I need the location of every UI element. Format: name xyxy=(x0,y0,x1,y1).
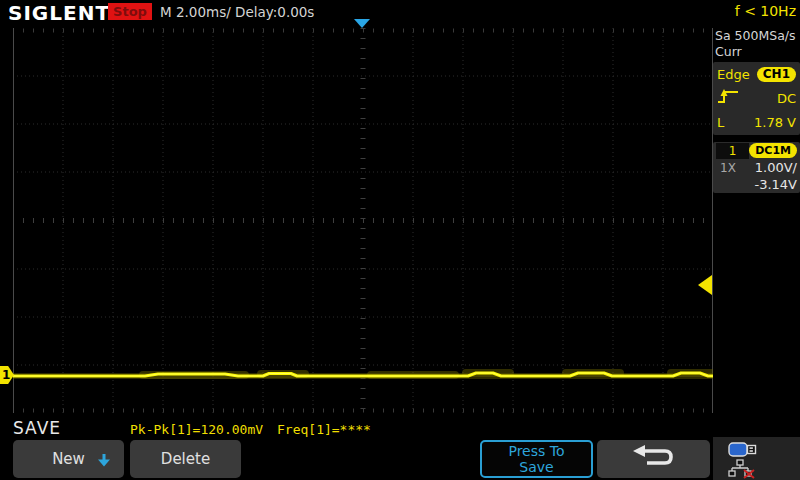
measurement-pkpk: Pk-Pk[1]=120.00mV xyxy=(130,422,263,437)
rising-edge-icon xyxy=(717,87,739,109)
trigger-info-box[interactable]: Edge CH1 DC L 1.78 V xyxy=(713,62,800,135)
acquisition-status-badge[interactable]: Stop xyxy=(108,3,152,20)
press-to-save-button[interactable]: Press To Save xyxy=(480,440,593,478)
usb-device-icon xyxy=(728,441,758,458)
channel1-offset: -3.14V xyxy=(754,177,797,192)
trigger-level-label: L xyxy=(717,115,724,130)
return-arrow-icon xyxy=(631,444,677,474)
trigger-coupling: DC xyxy=(777,91,796,106)
lan-disconnected-icon xyxy=(727,459,755,479)
trigger-level-value: 1.78 V xyxy=(754,115,796,130)
measurement-freq: Freq[1]=**** xyxy=(277,422,371,437)
sample-rate: Sa 500MSa/s xyxy=(715,28,799,44)
channel1-probe-attenuation: 1X xyxy=(716,161,736,175)
channel1-volts-per-div: 1.00V/ xyxy=(755,160,797,175)
menu-title: SAVE xyxy=(13,418,61,438)
brand-logo: SIGLENT xyxy=(8,1,110,25)
channel1-number: 1 xyxy=(716,143,749,159)
delete-button-label: Delete xyxy=(161,450,210,468)
dropdown-arrow-icon xyxy=(98,453,110,471)
save-button-label-line1: Press To xyxy=(508,443,564,459)
channel1-position-marker[interactable]: 1 xyxy=(0,366,14,384)
waveform-display-area xyxy=(13,28,713,413)
channel1-coupling-badge: DC1M xyxy=(749,143,797,158)
trigger-type: Edge xyxy=(717,67,750,82)
trigger-level-marker[interactable] xyxy=(698,275,712,295)
delete-button[interactable]: Delete xyxy=(130,440,241,478)
ch1-trace xyxy=(13,28,713,413)
new-button-label: New xyxy=(52,450,85,468)
frequency-counter: f < 10Hz xyxy=(735,3,796,19)
new-button[interactable]: New xyxy=(13,440,124,478)
return-button[interactable] xyxy=(597,440,710,478)
save-button-label-line2: Save xyxy=(519,459,553,475)
trigger-position-marker[interactable] xyxy=(354,19,370,28)
channel1-info-box[interactable]: 1 DC1M 1X 1.00V/ -3.14V xyxy=(713,142,800,193)
trigger-source-badge: CH1 xyxy=(757,67,796,82)
status-icon-panel xyxy=(713,437,800,480)
timebase-readout: M 2.00ms/ Delay:0.00s xyxy=(160,4,314,20)
oscilloscope-screen: SIGLENT Stop M 2.00ms/ Delay:0.00s f < 1… xyxy=(0,0,800,480)
